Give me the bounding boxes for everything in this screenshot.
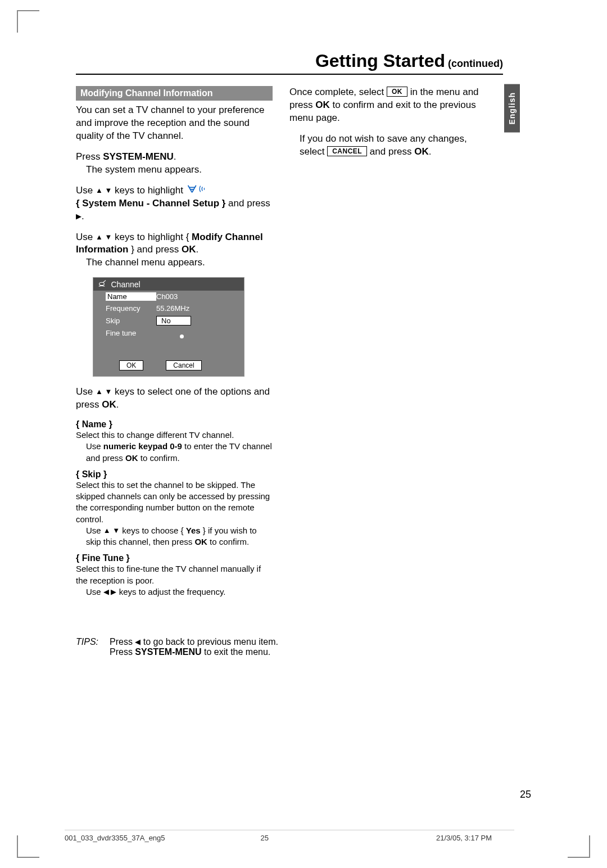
channel-row-skip: Skip No [93, 314, 244, 327]
system-menu-label: SYSTEM-MENU [135, 647, 201, 657]
text: Select this to change different TV chann… [76, 430, 234, 440]
text: Use [76, 386, 96, 397]
text: . [174, 151, 176, 162]
text: and press [367, 146, 414, 157]
text: keys to highlight { [112, 232, 192, 242]
channel-row-name: Name Ch003 [93, 291, 244, 302]
cancel-inline-button: CANCEL [327, 146, 367, 156]
page-number: 25 [520, 789, 531, 801]
option-name-title: { Name } [76, 419, 273, 430]
step-3: Use ▲ ▼ keys to highlight { Modify Chann… [76, 231, 273, 270]
ok-label: OK [414, 146, 429, 157]
text: Use [86, 526, 103, 535]
keypad-label: numeric keypad 0-9 [103, 441, 182, 451]
yes-label: Yes [186, 526, 201, 535]
intro-text: You can set a TV channel to your prefere… [76, 104, 273, 143]
option-name-desc: Select this to change different TV chann… [76, 430, 273, 464]
tips-section: TIPS: Press ◀ to go back to previous men… [76, 637, 503, 657]
text: Use [76, 232, 96, 242]
row-value: 55.26MHz [156, 304, 239, 313]
row-label: Frequency [106, 304, 156, 313]
text: } and press [129, 244, 182, 255]
option-finetune-title: { Fine Tune } [76, 553, 273, 563]
ok-inline-button: OK [387, 87, 407, 97]
crop-mark [17, 835, 39, 858]
text: and press [225, 198, 270, 209]
footer-page: 25 [261, 834, 269, 842]
page-content: Getting Started (continued) English Modi… [76, 51, 503, 657]
row-label: Name [106, 292, 156, 301]
ok-button: OK [119, 360, 143, 370]
section-header: Modifying Channel Information [76, 86, 273, 101]
right-icon: ▶ [76, 211, 81, 221]
text: Use [76, 185, 96, 196]
ok-label: OK [102, 399, 116, 410]
text: keys to adjust the frequency. [116, 587, 225, 596]
step-result: The channel menu appears. [86, 256, 205, 269]
text: to confirm. [138, 453, 180, 463]
text: Use [86, 441, 103, 451]
channel-title: Channel [111, 280, 141, 289]
system-menu-label: SYSTEM-MENU [103, 151, 174, 162]
right-column: Once complete, select OK in the menu and… [289, 86, 486, 603]
footer-timestamp: 21/3/05, 3:17 PM [436, 834, 492, 842]
satellite-icon [98, 279, 108, 289]
text: Press [110, 647, 135, 657]
left-icon: ◀ [135, 638, 141, 646]
ok-label: OK [125, 453, 138, 463]
text: Once complete, select [289, 87, 387, 97]
crop-mark [568, 835, 590, 858]
tips-body: Press ◀ to go back to previous menu item… [110, 637, 278, 657]
text: Press [110, 637, 135, 647]
channel-row-finetune: Fine tune [93, 327, 244, 339]
text: Select this to set the channel to be ski… [76, 480, 270, 524]
text: Press [76, 151, 103, 162]
text: to exit the menu. [202, 647, 271, 657]
text: keys to choose { [120, 526, 186, 535]
text: to go back to previous menu item. [141, 637, 278, 647]
text: Use [86, 587, 103, 596]
channel-row-frequency: Frequency 55.26MHz [93, 302, 244, 314]
option-finetune-desc: Select this to fine-tune the TV channel … [76, 563, 273, 598]
ok-label: OK [194, 537, 207, 546]
svg-point-4 [99, 283, 105, 286]
left-column: Modifying Channel Information You can se… [76, 86, 273, 603]
option-skip-title: { Skip } [76, 469, 273, 480]
footer: 001_033_dvdr3355_37A_eng5 25 21/3/05, 3:… [65, 830, 514, 842]
antenna-icon [186, 184, 209, 193]
footer-filename: 001_033_dvdr3355_37A_eng5 [65, 834, 165, 842]
ok-label: OK [315, 100, 330, 110]
right-p2: If you do not wish to save any changes, … [289, 133, 486, 159]
text: keys to highlight [112, 185, 185, 196]
text: to confirm. [207, 537, 249, 546]
text: . [429, 146, 432, 157]
step-4: Use ▲ ▼ keys to select one of the option… [76, 386, 273, 412]
option-skip-desc: Select this to set the channel to be ski… [76, 480, 273, 548]
up-down-icon: ▲ ▼ [96, 186, 112, 196]
up-down-icon: ▲ ▼ [96, 387, 112, 397]
right-p1: Once complete, select OK in the menu and… [289, 86, 486, 125]
left-right-icon: ◀ ▶ [103, 587, 117, 597]
row-label: Skip [106, 317, 156, 325]
text: Select this to fine-tune the TV channel … [76, 564, 261, 585]
row-value: No [156, 316, 191, 326]
page-title: Getting Started (continued) [76, 51, 503, 75]
up-down-icon: ▲ ▼ [96, 232, 112, 242]
row-value: Ch003 [156, 292, 239, 301]
channel-header: Channel [93, 278, 244, 291]
text: . [196, 244, 199, 255]
step-1: Press SYSTEM-MENU. The system menu appea… [76, 151, 273, 177]
step-result: The system menu appears. [86, 164, 202, 177]
title-sub: (continued) [445, 58, 503, 69]
tips-label: TIPS: [76, 637, 110, 657]
ok-label: OK [182, 244, 196, 255]
svg-line-5 [103, 281, 106, 283]
text: . [116, 399, 119, 410]
step-2: Use ▲ ▼ keys to highlight { System Menu … [76, 184, 273, 223]
channel-menu-screenshot: Channel Name Ch003 Frequency 55.26MHz Sk… [93, 277, 244, 377]
up-down-icon: ▲ ▼ [103, 526, 120, 536]
crop-mark [17, 10, 39, 33]
row-label: Fine tune [106, 329, 156, 337]
channel-buttons: OK Cancel [93, 355, 244, 376]
language-tab: English [504, 84, 520, 133]
